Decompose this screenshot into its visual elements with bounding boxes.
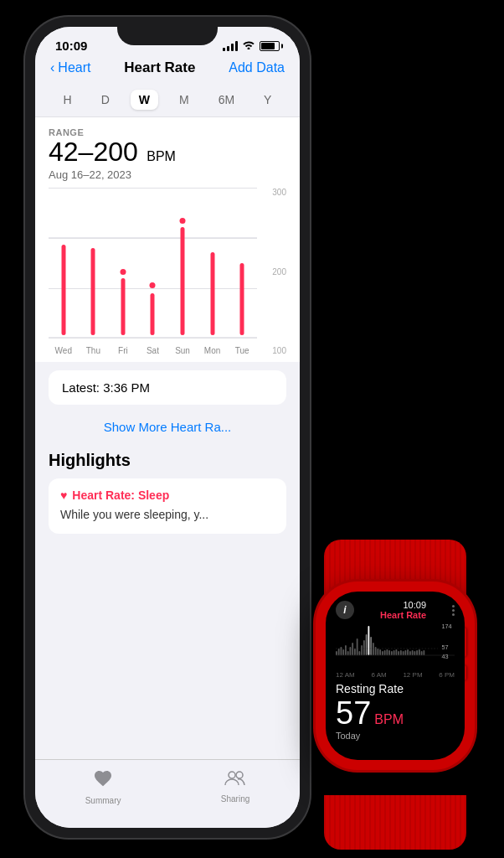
svg-rect-35 [412, 650, 414, 655]
svg-rect-17 [370, 637, 372, 655]
svg-text:43: 43 [441, 653, 448, 660]
nav-bar: ‹ Heart Heart Rate Add Data [35, 56, 300, 83]
status-time: 10:09 [55, 39, 87, 53]
nav-title: Heart Rate [124, 59, 195, 76]
watch-metric-title: Resting Rate [336, 682, 455, 695]
svg-rect-6 [345, 645, 347, 655]
svg-rect-8 [349, 647, 351, 655]
heart-tab-icon [93, 768, 113, 793]
highlights-title: Highlights [49, 451, 286, 470]
svg-rect-12 [358, 651, 360, 655]
svg-rect-23 [384, 650, 386, 655]
label-sat: Sat [141, 346, 164, 355]
range-value-line: 42–200 BPM [49, 137, 286, 167]
wifi-icon [242, 39, 255, 52]
label-tue: Tue [230, 346, 254, 355]
period-w[interactable]: W [131, 90, 158, 110]
watch-chart: 174 57 43 [336, 622, 455, 668]
highlight-text: While you were sleeping, y... [60, 507, 275, 524]
chart-section: RANGE 42–200 BPM Aug 16–22, 2023 [35, 117, 300, 362]
tab-sharing[interactable]: Sharing [221, 768, 249, 804]
svg-rect-37 [416, 650, 418, 655]
label-mon: Mon [201, 346, 224, 355]
svg-rect-26 [391, 651, 393, 655]
period-y[interactable]: Y [255, 90, 280, 110]
chevron-left-icon: ‹ [50, 60, 54, 75]
period-h[interactable]: H [55, 90, 80, 110]
svg-rect-29 [398, 651, 399, 655]
tab-summary-label: Summary [85, 796, 121, 805]
show-more-button[interactable]: Show More Heart Ra... [35, 413, 300, 441]
status-icons [223, 39, 280, 52]
watch-time-6pm: 6 PM [439, 671, 455, 679]
battery-icon [260, 41, 280, 51]
svg-rect-5 [342, 649, 344, 655]
svg-point-1 [236, 772, 243, 778]
range-unit: BPM [147, 149, 176, 163]
apple-watch: i 10:09 Heart Rate [299, 581, 491, 808]
svg-rect-15 [366, 634, 368, 655]
period-m[interactable]: M [171, 90, 198, 110]
svg-rect-3 [338, 649, 340, 655]
watch-time-12pm: 12 PM [403, 671, 422, 679]
bar-tue [230, 188, 254, 338]
svg-text:174: 174 [441, 623, 452, 630]
bar-fri [111, 188, 135, 338]
watch-metric-value: 57 BPM [336, 697, 455, 729]
period-6m[interactable]: 6M [210, 90, 243, 110]
bar-sat [141, 188, 164, 338]
add-data-button[interactable]: Add Data [229, 60, 285, 75]
tab-summary[interactable]: Summary [85, 768, 121, 805]
bar-thu [81, 188, 105, 338]
watch-unit: BPM [374, 712, 404, 727]
bar-mon [201, 188, 224, 338]
svg-rect-16 [368, 626, 369, 655]
watch-band-bottom [324, 795, 466, 850]
watch-info-button[interactable]: i [336, 601, 354, 619]
svg-rect-18 [373, 643, 374, 655]
bar-sun [171, 188, 194, 338]
back-label: Heart [58, 60, 90, 75]
svg-rect-19 [375, 647, 377, 655]
highlight-subtitle-text: Heart Rate: Sleep [72, 488, 169, 502]
bar-wed [52, 188, 75, 338]
chart-bars [49, 188, 257, 339]
tab-sharing-label: Sharing [221, 794, 249, 804]
svg-rect-4 [340, 647, 342, 655]
grid-100: 100 [261, 346, 286, 355]
svg-rect-22 [382, 651, 383, 655]
watch-screen: i 10:09 Heart Rate [326, 592, 465, 760]
watch-menu-icon [452, 605, 455, 616]
phone-notch [117, 17, 218, 45]
period-selector: H D W M 6M Y [35, 83, 300, 117]
svg-rect-27 [393, 650, 395, 655]
period-d[interactable]: D [93, 90, 118, 110]
watch-today: Today [336, 731, 455, 741]
grid-200: 200 [261, 267, 286, 277]
watch-time-6am: 6 AM [371, 671, 386, 679]
highlight-subtitle: ♥ Heart Rate: Sleep [60, 488, 275, 502]
svg-rect-24 [386, 649, 388, 655]
svg-rect-28 [395, 649, 397, 655]
grid-300: 300 [261, 188, 286, 197]
svg-rect-32 [404, 650, 406, 655]
watch-big-number: 57 [336, 697, 371, 729]
latest-reading: Latest: 3:36 PM [49, 370, 286, 405]
watch-time: 10:09 [380, 600, 426, 610]
svg-point-0 [229, 772, 235, 778]
label-thu: Thu [81, 346, 105, 355]
label-fri: Fri [111, 346, 135, 355]
signal-icon [223, 41, 238, 51]
back-button[interactable]: ‹ Heart [50, 60, 90, 75]
svg-rect-2 [336, 651, 337, 655]
svg-rect-13 [361, 645, 363, 655]
watch-time-12am: 12 AM [336, 671, 355, 679]
heart-icon: ♥ [60, 488, 67, 502]
phone: 10:09 [25, 17, 310, 838]
svg-rect-21 [379, 649, 381, 655]
tab-bar: Summary Sharing [35, 759, 300, 828]
svg-rect-38 [419, 649, 420, 655]
sharing-tab-icon [224, 768, 246, 792]
label-wed: Wed [52, 346, 75, 355]
watch-time-labels: 12 AM 6 AM 12 PM 6 PM [336, 671, 455, 679]
